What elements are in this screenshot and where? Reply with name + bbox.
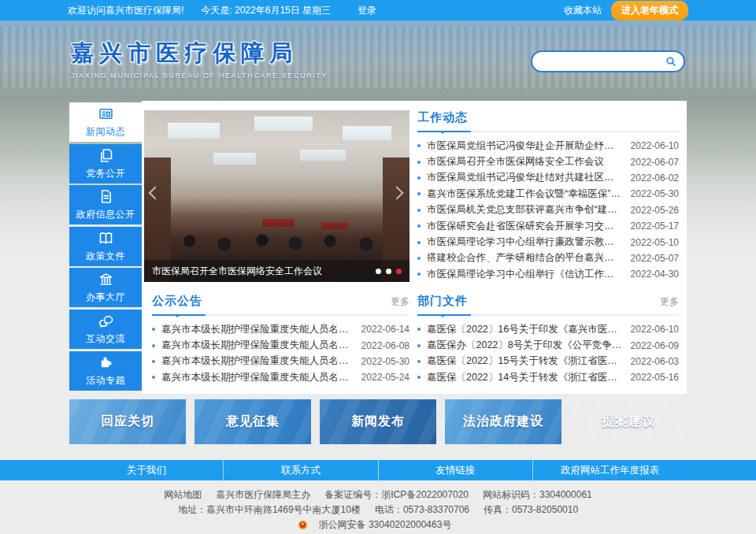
bullet-icon (417, 209, 421, 212)
sidebar-item-gov-info[interactable]: 政府信息公开 (69, 185, 142, 224)
carousel-caption[interactable]: 市医保局召开全市医保网络安全工作会议 (152, 265, 369, 278)
news-item[interactable]: 嘉兴市本级长期护理保险重度失能人员名单公示（2... 2022-06-14 (152, 321, 410, 337)
favorite-site-link[interactable]: 收藏本站 (564, 4, 602, 17)
public-security-badge-icon (298, 520, 308, 530)
news-item-title: 嘉医保〔2022〕16号关于印发《嘉兴市医疗保... (427, 323, 623, 336)
news-item[interactable]: 嘉兴市本级长期护理保险重度失能人员名单公示（2... 2022-05-30 (152, 354, 410, 369)
banner-label: 新闻发布 (351, 413, 405, 430)
book-icon (98, 230, 114, 247)
site-title: 嘉兴市医疗保障局 (71, 38, 328, 69)
news-item-title: 市医保局理论学习中心组举行《信访工作条例》专题... (427, 268, 623, 281)
carousel-dots (376, 269, 402, 274)
news-item[interactable]: 嘉医保办〔2022〕8号关于印发《公平竞争审查... 2022-06-09 (417, 337, 679, 353)
bullet-icon (417, 273, 421, 276)
quick-entry-banners: 回应关切 意见征集 新闻发布 法治政府建设 提案建议 (69, 399, 687, 444)
department-docs-list: 嘉医保〔2022〕16号关于印发《嘉兴市医疗保... 2022-06-10 嘉医… (417, 321, 679, 386)
sidebar-item-label: 活动专题 (86, 374, 125, 388)
sidebar-item-service-hall[interactable]: 办事大厅 (69, 268, 142, 307)
sidebar-item-news[interactable]: 新闻动态 (69, 102, 142, 142)
banner-link[interactable]: 提案建议 (570, 399, 687, 444)
footer-nav-link[interactable]: 关于我们 (69, 460, 223, 480)
news-item[interactable]: 嘉医保〔2022〕16号关于印发《嘉兴市医疗保... 2022-06-10 (417, 321, 679, 337)
more-link[interactable]: 更多 (660, 295, 679, 309)
search-icon[interactable] (665, 55, 677, 68)
footer-nav-link[interactable]: 政府网站工作年度报表 (532, 460, 687, 480)
banner-link[interactable]: 回应关切 (69, 399, 186, 444)
sidebar-item-label: 新闻动态 (86, 125, 125, 139)
footer-nav-link[interactable]: 联系方式 (223, 460, 377, 480)
elder-mode-button[interactable]: 进入老年模式 (611, 1, 688, 20)
news-item[interactable]: 嘉医保〔2022〕14号关于转发《浙江省医疗保... 2022-05-16 (417, 369, 679, 385)
news-item[interactable]: 嘉医保〔2022〕15号关于转发《浙江省医疗保... 2022-06-03 (417, 354, 679, 369)
site-logo[interactable]: 嘉兴市医疗保障局 JIAXING MUNICIPAL BUREAU OF HEA… (71, 38, 328, 80)
bullet-icon (417, 257, 421, 260)
news-item[interactable]: 市医保局党组书记冯俊华赴企开展助企纾困活动 2022-06-10 (417, 138, 679, 154)
login-link[interactable]: 登录 (358, 4, 376, 17)
news-item[interactable]: 嘉兴市本级长期护理保险重度失能人员名单公示（2... 2022-06-08 (152, 337, 410, 353)
news-item[interactable]: 市医保局理论学习中心组举行《信访工作条例》专题... 2022-04-30 (417, 266, 679, 282)
news-item[interactable]: 搭建校企合作、产学研相结合的平台嘉兴市长期护理... 2022-05-07 (417, 250, 679, 266)
footer-info-item: 传真：0573-82050010 (484, 504, 578, 515)
newspaper-icon (98, 106, 114, 122)
news-item-date: 2022-05-30 (361, 356, 410, 367)
carousel-prev-arrow-icon[interactable] (150, 188, 161, 199)
sidebar-item-interaction[interactable]: 互动交流 (69, 310, 142, 349)
announcements-list: 嘉兴市本级长期护理保险重度失能人员名单公示（2... 2022-06-14 嘉兴… (152, 321, 410, 386)
news-item[interactable]: 市医保局理论学习中心组举行廉政警示教育专题学习... 2022-05-10 (417, 234, 679, 250)
news-item[interactable]: 市医保局召开全市医保网络安全工作会议 2022-06-07 (417, 154, 679, 169)
news-item-date: 2022-05-07 (631, 253, 679, 264)
news-item-title: 嘉医保〔2022〕14号关于转发《浙江省医疗保... (427, 371, 623, 384)
more-link[interactable]: 更多 (391, 295, 410, 309)
bullet-icon (417, 144, 421, 147)
bullet-icon (417, 328, 421, 331)
news-item[interactable]: 嘉兴市医保系统党建工作会议暨“幸福医保”党建联... 2022-05-30 (417, 186, 679, 202)
search-input[interactable] (542, 56, 665, 67)
work-dynamics-list: 市医保局党组书记冯俊华赴企开展助企纾困活动 2022-06-10 市医保局召开全… (417, 138, 679, 283)
banner-label: 意见征集 (226, 413, 280, 430)
carousel-dot-active[interactable] (396, 269, 402, 274)
news-item[interactable]: 市医保局党组书记冯俊华赴结对共建社区指导全国文... 2022-06-02 (417, 170, 679, 186)
news-item-date: 2022-06-14 (361, 324, 410, 335)
footer-nav-link[interactable]: 友情链接 (378, 460, 532, 480)
news-item-title: 市医保局党组书记冯俊华赴企开展助企纾困活动 (427, 139, 623, 153)
bullet-icon (152, 344, 155, 347)
sidebar-item-label: 办事大厅 (86, 291, 125, 304)
footer-info-item: 地址：嘉兴市中环南路1469号中南大厦10楼 (178, 504, 361, 515)
news-item-title: 嘉兴市本级长期护理保险重度失能人员名单公示（2... (161, 339, 354, 352)
banner-link[interactable]: 新闻发布 (320, 399, 436, 444)
news-item-date: 2022-05-16 (631, 372, 679, 383)
carousel-dot[interactable] (386, 269, 391, 274)
news-item-title: 市医保局理论学习中心组举行廉政警示教育专题学习... (427, 235, 623, 249)
news-item[interactable]: 市医保研究会赴省医保研究会开展学习交流活动 2022-05-17 (417, 218, 679, 234)
footer-row-1: 网站地图嘉兴市医疗保障局主办备案证编号：浙ICP备2022007020网站标识码… (0, 488, 756, 502)
site-header: 嘉兴市医疗保障局 JIAXING MUNICIPAL BUREAU OF HEA… (69, 20, 687, 101)
sidebar-item-label: 政府信息公开 (76, 208, 135, 221)
banner-link[interactable]: 法治政府建设 (445, 399, 561, 444)
news-item[interactable]: 市医保局机关党总支部获评嘉兴市争创“建设清廉机... 2022-05-26 (417, 202, 679, 218)
news-item-title: 市医保局机关党总支部获评嘉兴市争创“建设清廉机... (427, 203, 623, 217)
section-department-docs: 部门文件 更多 嘉医保〔2022〕16号关于印发《嘉兴市医疗保... 2022-… (417, 294, 679, 386)
news-carousel[interactable]: 市医保局召开全市医保网络安全工作会议 (144, 110, 410, 282)
search-box (531, 50, 685, 72)
welcome-text: 欢迎访问嘉兴市医疗保障局! (68, 4, 183, 17)
bullet-icon (152, 328, 155, 331)
banner-label: 提案建议 (602, 413, 655, 430)
carousel-dot[interactable] (376, 269, 381, 274)
sidebar-item-special-topics[interactable]: 活动专题 (69, 351, 142, 391)
news-item-date: 2022-06-10 (631, 140, 679, 151)
news-item-date: 2022-06-03 (631, 356, 679, 367)
bank-icon (98, 271, 114, 287)
sidebar-item-policy-docs[interactable]: 政策文件 (69, 227, 142, 266)
site-title-english: JIAXING MUNICIPAL BUREAU OF HEALTHCARE S… (71, 72, 328, 80)
carousel-next-arrow-icon[interactable] (392, 188, 403, 199)
footer-row-2: 地址：嘉兴市中环南路1469号中南大厦10楼电话：0573-83370706传真… (0, 502, 756, 517)
news-item-title: 嘉兴市本级长期护理保险重度失能人员名单公示（2... (161, 354, 354, 368)
security-record-text: 浙公网安备 33040202000463号 (319, 517, 452, 532)
sidebar-item-party-affairs[interactable]: 党务公开 (69, 144, 142, 184)
news-item[interactable]: 嘉兴市本级长期护理保险重度失能人员名单公示（2... 2022-05-24 (152, 369, 410, 385)
bullet-icon (417, 161, 421, 164)
news-item-title: 嘉兴市本级长期护理保险重度失能人员名单公示（2... (161, 371, 354, 384)
banner-link[interactable]: 意见征集 (195, 399, 311, 444)
section-header: 公示公告 更多 (152, 294, 410, 316)
bullet-icon (417, 376, 421, 379)
